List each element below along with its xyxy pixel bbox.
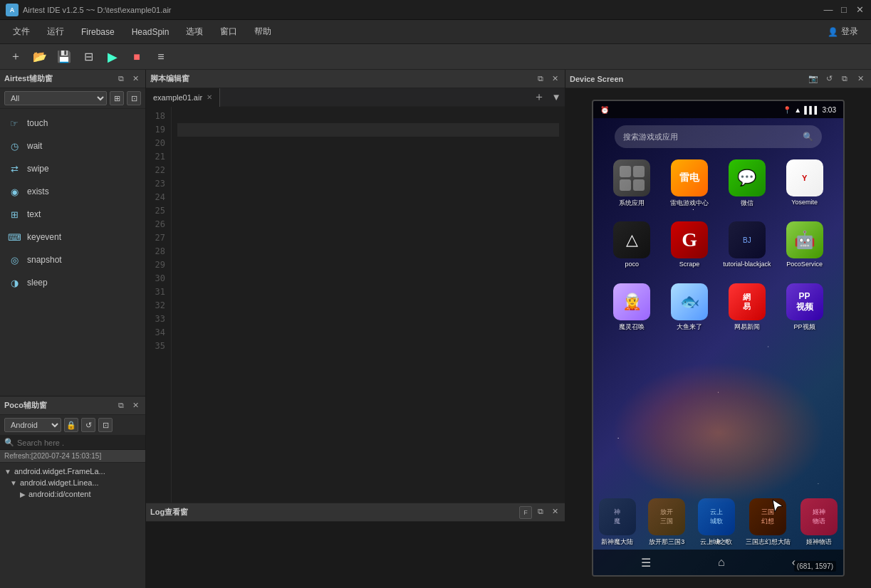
settings-button[interactable]: ≡ [151, 47, 171, 67]
phone-home-button[interactable]: ⌂ [718, 556, 725, 569]
menu-window[interactable]: 窗口 [213, 23, 244, 41]
phone-status-bar: ⏰ 📍 ▲ ▌▌▌ 3:03 [593, 101, 843, 118]
menu-run[interactable]: 运行 [40, 23, 71, 41]
api-snapshot[interactable]: ◎ snapshot [0, 248, 145, 271]
main-content: Airtest辅助窗 ⧉ ✕ All ⊞ ⊡ ☞ touch ◷ wait [0, 70, 871, 588]
tree-collapse-icon: ▼ [4, 468, 11, 476]
app-magic[interactable]: 🧝 魔灵召唤 [607, 283, 656, 332]
device-refresh-button[interactable]: ↺ [823, 73, 835, 85]
new-button[interactable]: ＋ [6, 47, 26, 67]
minimize-button[interactable]: — [823, 4, 834, 16]
api-touch[interactable]: ☞ touch [0, 112, 145, 135]
editor-header: 脚本编辑窗 ⧉ ✕ [146, 70, 565, 88]
app-yunyue[interactable]: 云上城歌 云上城之歌 [696, 498, 737, 547]
open-button[interactable]: 📂 [30, 47, 50, 67]
jishen-label: 姬神物语 [806, 537, 832, 547]
app-yosemite[interactable]: Y Yosemite [781, 159, 829, 208]
close-button[interactable]: ✕ [854, 4, 865, 16]
filter-btn-1[interactable]: ⊞ [110, 91, 124, 105]
app-ppvideo[interactable]: PP视频 PP视频 [781, 283, 829, 332]
save-as-button[interactable]: ⊟ [78, 47, 98, 67]
log-close-button[interactable]: ✕ [549, 506, 560, 518]
tree-grandchild[interactable]: ▶ android:id/content [0, 488, 145, 500]
code-line [177, 299, 559, 313]
poco-platform-select[interactable]: Android [4, 418, 61, 432]
app-wyxw[interactable]: 網易 网易新闻 [723, 283, 771, 332]
tab-add-button[interactable]: ＋ [531, 89, 548, 106]
text-icon: ⊞ [7, 207, 21, 221]
device-float-button[interactable]: ⧉ [838, 73, 851, 85]
menu-help[interactable]: 帮助 [247, 23, 278, 41]
code-content[interactable] [172, 107, 565, 503]
log-icon-button[interactable]: F [519, 506, 532, 519]
yosemite-label: Yosemite [791, 199, 818, 206]
api-sleep[interactable]: ◑ sleep [0, 271, 145, 294]
poco-refresh-button[interactable]: ↺ [81, 418, 95, 432]
sysapp-label: 系统应用 [619, 199, 645, 208]
airtest-float-button[interactable]: ⧉ [115, 73, 127, 85]
airtest-panel-controls: ⧉ ✕ [115, 73, 141, 85]
tree-grandchild-expand-icon: ▶ [20, 490, 26, 498]
maximize-button[interactable]: □ [838, 4, 850, 16]
phone-screen[interactable]: ⏰ 📍 ▲ ▌▌▌ 3:03 搜索游戏或应用 🔍 [592, 100, 845, 577]
app-pocoservice[interactable]: 🤖 PocoService [781, 221, 829, 268]
poco-settings-button[interactable]: ⊡ [98, 418, 113, 432]
app-scrape[interactable]: G Scrape [665, 221, 714, 268]
tab-dropdown-button[interactable]: ▼ [548, 89, 565, 106]
app-jishen[interactable]: 姬神物语 姬神物语 [799, 498, 840, 547]
save-button[interactable]: 💾 [54, 47, 74, 67]
scrape-label: Scrape [679, 261, 700, 268]
api-swipe[interactable]: ⇄ swipe [0, 157, 145, 180]
app-fangkai[interactable]: 放开三国 放开那三国3 [647, 498, 688, 547]
phone-content[interactable]: 搜索游戏或应用 🔍 [593, 118, 843, 575]
magic-label: 魔灵召唤 [619, 322, 645, 332]
api-exists[interactable]: ◉ exists [0, 180, 145, 203]
api-text[interactable]: ⊞ text [0, 203, 145, 226]
stop-button[interactable]: ■ [127, 47, 147, 67]
code-line [177, 285, 559, 299]
app-ld[interactable]: 雷电 雷电游戏中心 [665, 159, 714, 208]
airtest-close-button[interactable]: ✕ [130, 73, 141, 85]
filter-btn-2[interactable]: ⊡ [127, 91, 141, 105]
app-blackjack[interactable]: BJ tutorial-blackjack [723, 221, 771, 268]
api-wait[interactable]: ◷ wait [0, 135, 145, 157]
code-line [177, 258, 559, 272]
device-screenshot-button[interactable]: 📷 [807, 73, 820, 85]
app-shenmoda[interactable]: 神魔 新神魔大陆 [597, 498, 638, 547]
tab-close-button[interactable]: ✕ [207, 93, 212, 101]
menu-firebase[interactable]: Firebase [74, 24, 122, 40]
poco-filter: Android 🔒 ↺ ⊡ [0, 415, 145, 436]
app-dayu[interactable]: 🐟 大鱼来了 [665, 283, 714, 332]
api-filter-select[interactable]: All [4, 91, 107, 105]
app-row-2: △ poco G Scrape BJ tutorial-blackjack [607, 221, 829, 268]
tab-name: example01.air [153, 93, 202, 102]
poco-float-button[interactable]: ⧉ [115, 400, 127, 411]
exists-label: exists [27, 187, 49, 196]
phone-search-bar[interactable]: 搜索游戏或应用 🔍 [615, 125, 822, 148]
app-sanguo[interactable]: 三国幻想 三国志幻想大陆 [746, 498, 791, 547]
app-wechat[interactable]: 💬 微信 [723, 159, 771, 208]
poco-lock-button[interactable]: 🔒 [64, 418, 78, 432]
tree-child[interactable]: ▼ android.widget.Linea... [0, 477, 145, 488]
tree-root[interactable]: ▼ android.widget.FrameLa... [0, 466, 145, 477]
menu-options[interactable]: 选项 [179, 23, 210, 41]
editor-close-button[interactable]: ✕ [549, 73, 560, 85]
device-close-button[interactable]: ✕ [854, 73, 867, 85]
app-poco[interactable]: △ poco [607, 221, 656, 268]
log-panel-controls: F ⧉ ✕ [519, 506, 560, 519]
login-button[interactable]: 👤 登录 [820, 23, 865, 41]
api-keyevent[interactable]: ⌨ keyevent [0, 226, 145, 248]
log-float-button[interactable]: ⧉ [535, 506, 546, 518]
poco-search-input[interactable] [17, 439, 141, 447]
editor-float-button[interactable]: ⧉ [535, 73, 546, 85]
wait-icon: ◷ [7, 139, 21, 153]
phone-menu-button[interactable]: ☰ [641, 556, 651, 569]
log-content [146, 522, 565, 588]
poco-close-button[interactable]: ✕ [130, 400, 141, 411]
editor-tab-example01[interactable]: example01.air ✕ [146, 88, 220, 107]
app-sysapp[interactable]: 系统应用 [607, 159, 656, 208]
menu-headspin[interactable]: HeadSpin [125, 24, 177, 40]
menu-file[interactable]: 文件 [6, 23, 37, 41]
run-button[interactable]: ▶ [103, 47, 122, 67]
center-panel: 脚本编辑窗 ⧉ ✕ example01.air ✕ ＋ ▼ 18 19 20 2… [146, 70, 565, 588]
